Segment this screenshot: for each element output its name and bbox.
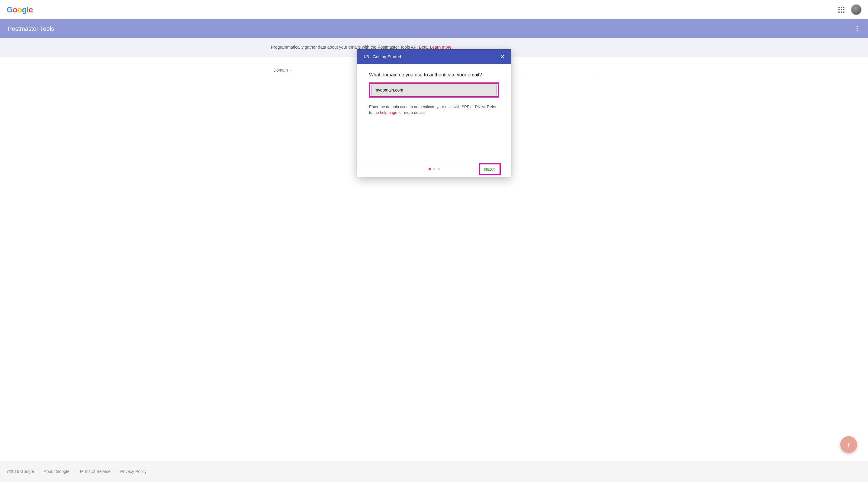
domain-input-highlight [369, 83, 499, 98]
column-label: Domain [273, 68, 288, 72]
logo-letter: g [22, 5, 27, 14]
plus-icon: + [846, 440, 851, 449]
apps-icon[interactable] [838, 7, 844, 13]
next-button-highlight: NEXT [479, 163, 501, 175]
close-icon[interactable]: ✕ [500, 54, 505, 60]
separator: · [74, 469, 75, 474]
footer-link-about[interactable]: About Google [43, 469, 69, 474]
getting-started-modal: 1/3 - Getting Started ✕ What domain do y… [357, 49, 511, 177]
logo-letter: G [7, 5, 13, 14]
banner-text: Programmatically gather data about your … [271, 45, 430, 50]
modal-footer: NEXT [357, 161, 511, 177]
help-page-link[interactable]: help page [380, 110, 397, 115]
overflow-menu-icon[interactable] [854, 24, 860, 34]
separator: · [115, 469, 116, 474]
modal-step-label: 1/3 - Getting Started [363, 54, 401, 59]
sort-ascending-icon: ▲ [290, 69, 293, 72]
separator: · [38, 469, 39, 474]
footer-link-terms[interactable]: Terms of Service [79, 469, 111, 474]
step-dot-3 [438, 168, 440, 170]
next-button[interactable]: NEXT [480, 164, 499, 174]
modal-question: What domain do you use to authenticate y… [369, 72, 499, 77]
app-title: Postmaster Tools [8, 25, 54, 32]
google-bar: G o o g l e [0, 0, 868, 19]
learn-more-link[interactable]: Learn more [430, 45, 452, 50]
footer-link-privacy[interactable]: Privacy Policy [120, 469, 147, 474]
logo-letter: e [29, 5, 33, 14]
logo-letter: o [13, 5, 17, 14]
add-domain-fab[interactable]: + [840, 436, 857, 453]
step-dots [429, 168, 440, 170]
domain-input[interactable] [371, 85, 497, 95]
gbar-right [838, 4, 861, 15]
modal-header: 1/3 - Getting Started ✕ [357, 49, 511, 64]
modal-hint: Enter the domain used to authenticate yo… [369, 104, 499, 116]
avatar[interactable] [851, 4, 861, 15]
logo-letter: l [27, 5, 29, 14]
google-logo[interactable]: G o o g l e [7, 5, 33, 14]
logo-letter: o [17, 5, 22, 14]
footer: ©2016 Google · About Google · Terms of S… [0, 461, 868, 482]
app-bar: Postmaster Tools [0, 19, 868, 38]
step-dot-2 [433, 168, 435, 170]
copyright: ©2016 Google [7, 469, 34, 474]
main-content: Domain ▲ 1/3 - Getting Started ✕ What do… [0, 57, 868, 461]
step-dot-1 [429, 168, 431, 170]
